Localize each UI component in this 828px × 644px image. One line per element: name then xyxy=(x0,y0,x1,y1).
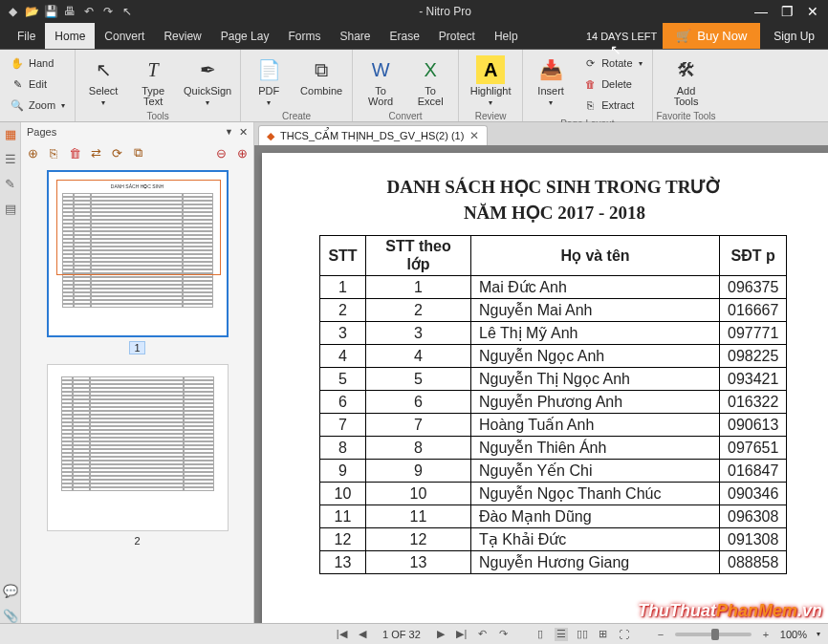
to-word-button[interactable]: WTo Word xyxy=(359,54,403,107)
edit-icon: ✎ xyxy=(10,76,25,92)
nav-layers-icon[interactable]: ▤ xyxy=(3,201,18,216)
zoom-out-icon[interactable]: − xyxy=(654,628,667,641)
insert-icon: 📥 xyxy=(536,55,565,84)
zoom-in-icon[interactable]: + xyxy=(759,628,773,641)
quicksign-button[interactable]: ✒QuickSign▾ xyxy=(181,54,234,107)
sign-up-button[interactable]: Sign Up xyxy=(760,23,828,49)
facing-cont-view-icon[interactable]: ⊞ xyxy=(597,628,610,641)
quicksign-icon: ✒ xyxy=(193,55,222,84)
continuous-view-icon[interactable]: ☰ xyxy=(555,628,568,641)
type-text-button[interactable]: TType Text xyxy=(131,54,175,107)
highlight-button[interactable]: AHighlight▾ xyxy=(465,54,516,107)
add-tools-icon: 🛠 xyxy=(672,55,701,84)
zoom-tool[interactable]: 🔍Zoom▾ xyxy=(6,96,69,115)
fullscreen-icon[interactable]: ⛶ xyxy=(618,628,631,641)
extract-icon: ⎘ xyxy=(582,97,598,113)
rotate-button[interactable]: ⟳Rotate▾ xyxy=(578,54,645,73)
insert-button[interactable]: 📥Insert▾ xyxy=(529,54,573,107)
open-icon[interactable]: 📂 xyxy=(23,3,40,20)
next-page-icon[interactable]: ▶ xyxy=(434,628,447,641)
close-button[interactable]: ✕ xyxy=(807,4,818,19)
document-tab-label: THCS_CẨM THỊNH_DS_GV_HS(2) (1) xyxy=(280,130,464,142)
th-phone: SĐT p xyxy=(720,236,787,276)
watermark: ThuThuatPhanMem.vn xyxy=(638,601,822,621)
save-icon[interactable]: 💾 xyxy=(42,3,59,20)
document-viewport[interactable]: DANH SÁCH HỌC SINH TRONG TRƯỜ NĂM HỌC 20… xyxy=(254,145,828,623)
redo-icon[interactable]: ↷ xyxy=(99,3,117,20)
rotate-icon: ⟳ xyxy=(582,55,598,71)
table-row: 1313Nguyễn Hương Giang088858 xyxy=(320,551,787,574)
delete-button[interactable]: 🗑Delete xyxy=(578,75,645,94)
close-tab-icon[interactable]: ✕ xyxy=(469,129,479,142)
tab-convert[interactable]: Convert xyxy=(95,23,154,49)
pages-extract-icon[interactable]: ⎘ xyxy=(46,145,61,161)
last-page-icon[interactable]: ▶| xyxy=(455,628,468,641)
pages-toolbar: ⊕ ⎘ 🗑 ⇄ ⟳ ⧉ ⊖ ⊕ xyxy=(21,141,253,164)
facing-view-icon[interactable]: ▯▯ xyxy=(576,628,589,641)
statusbar: |◀ ◀ 1 OF 32 ▶ ▶| ↶ ↷ ▯ ☰ ▯▯ ⊞ ⛶ − + 100… xyxy=(0,623,828,644)
edit-tool[interactable]: ✎Edit xyxy=(6,75,51,94)
tab-erase[interactable]: Erase xyxy=(381,23,429,49)
prev-page-icon[interactable]: ◀ xyxy=(356,628,369,641)
undo-icon[interactable]: ↶ xyxy=(80,3,98,20)
word-icon: W xyxy=(366,55,395,84)
document-tab[interactable]: ◆ THCS_CẨM THỊNH_DS_GV_HS(2) (1) ✕ xyxy=(258,125,488,145)
print-icon[interactable]: 🖶 xyxy=(61,3,78,20)
forward-view-icon[interactable]: ↷ xyxy=(497,628,511,641)
first-page-icon[interactable]: |◀ xyxy=(335,628,348,641)
table-row: 22Nguyễn Mai Anh016667 xyxy=(320,299,787,322)
page-indicator: 1 OF 32 xyxy=(382,629,421,640)
tab-home[interactable]: Home xyxy=(45,23,95,49)
back-view-icon[interactable]: ↶ xyxy=(476,628,490,641)
highlight-icon: A xyxy=(476,55,505,84)
table-row: 66Nguyễn Phương Anh016322 xyxy=(320,391,787,414)
tab-review[interactable]: Review xyxy=(154,23,210,49)
doc-title-1: DANH SÁCH HỌC SINH TRONG TRƯỜ xyxy=(281,176,828,198)
combine-button[interactable]: ⧉Combine xyxy=(296,54,346,97)
page-thumb-2[interactable]: 2 xyxy=(31,364,244,547)
pointer-icon[interactable]: ↖ xyxy=(119,3,136,20)
th-stt: STT xyxy=(320,236,366,276)
single-page-view-icon[interactable]: ▯ xyxy=(534,628,547,641)
ribbon: ✋Hand ✎Edit 🔍Zoom▾ ↖Select▾ TType Text ✒… xyxy=(0,50,828,122)
tab-protect[interactable]: Protect xyxy=(429,23,485,49)
pdf-page: DANH SÁCH HỌC SINH TRONG TRƯỜ NĂM HỌC 20… xyxy=(262,153,828,623)
nav-pages-icon[interactable]: ▦ xyxy=(3,126,18,141)
edit-label: Edit xyxy=(29,78,47,90)
pages-delete-icon[interactable]: 🗑 xyxy=(67,145,82,161)
tab-file[interactable]: File xyxy=(0,23,45,49)
nav-bookmarks-icon[interactable]: ☰ xyxy=(3,151,18,166)
buy-now-button[interactable]: 🛒 Buy Now xyxy=(663,23,760,49)
maximize-button[interactable]: ❐ xyxy=(781,4,794,19)
select-button[interactable]: ↖Select▾ xyxy=(81,54,125,107)
pages-panel-menu-icon[interactable]: ▼ xyxy=(225,127,233,137)
add-tools-button[interactable]: 🛠Add Tools xyxy=(659,54,714,107)
zoom-slider[interactable] xyxy=(675,633,752,636)
delete-icon: 🗑 xyxy=(582,76,598,92)
extract-button[interactable]: ⎘Extract xyxy=(578,96,645,115)
pdf-button[interactable]: 📄PDF▾ xyxy=(247,54,291,107)
tab-forms[interactable]: Forms xyxy=(278,23,330,49)
pages-crop-icon[interactable]: ⧉ xyxy=(130,145,145,161)
table-row: 1212Tạ Khải Đức091308 xyxy=(320,528,787,551)
pages-rotate-icon[interactable]: ⟳ xyxy=(109,145,124,161)
type-text-icon: T xyxy=(139,55,167,84)
minimize-button[interactable]: — xyxy=(754,4,768,19)
pages-replace-icon[interactable]: ⇄ xyxy=(88,145,103,161)
to-excel-button[interactable]: XTo Excel xyxy=(408,54,452,107)
table-row: 88Nguyễn Thiên Ánh097651 xyxy=(320,437,787,460)
pages-insert-icon[interactable]: ⊕ xyxy=(25,145,40,161)
nav-attachments-icon[interactable]: 📎 xyxy=(3,608,18,623)
thumb-zoom-in-icon[interactable]: ⊕ xyxy=(234,145,250,161)
page-thumb-1[interactable]: DANH SÁCH HỌC SINH 1 xyxy=(31,170,244,354)
tab-share[interactable]: Share xyxy=(330,23,380,49)
thumb-zoom-out-icon[interactable]: ⊖ xyxy=(213,145,229,161)
nav-signatures-icon[interactable]: ✎ xyxy=(3,176,18,191)
hand-tool[interactable]: ✋Hand xyxy=(6,54,57,73)
student-table: STT STT theo lớp Họ và tên SĐT p 11Mai Đ… xyxy=(319,235,787,574)
pages-panel-close-icon[interactable]: ✕ xyxy=(239,126,248,139)
tab-help[interactable]: Help xyxy=(485,23,528,49)
tab-page-layout[interactable]: Page Lay xyxy=(211,23,279,49)
nav-comments-icon[interactable]: 💬 xyxy=(3,583,18,598)
table-row: 55Nguyễn Thị Ngọc Anh093421 xyxy=(320,368,787,391)
